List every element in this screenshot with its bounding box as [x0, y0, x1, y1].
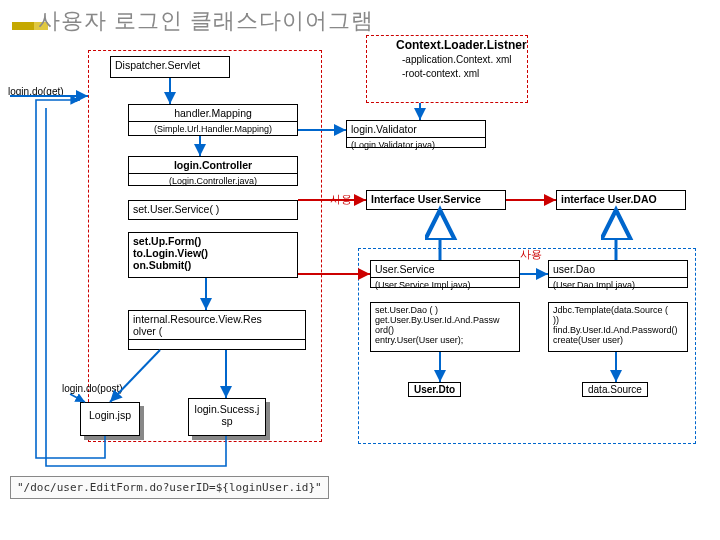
login-validator-detail: (Login.Validator.java)	[347, 138, 485, 152]
set-user-service-label: set.User.Service( )	[129, 201, 297, 217]
get-label: login.do(get)	[8, 86, 64, 97]
login-controller-detail: (Login.Controller.java)	[129, 174, 297, 188]
user-service-methods: set.User.Dao ( ) get.User.By.User.Id.And…	[371, 303, 519, 347]
accent-bar	[12, 22, 34, 30]
iface-user-dao-label: interface User.DAO	[557, 191, 685, 207]
success-jsp-label: login.Sucess.j sp	[189, 399, 265, 429]
login-validator-name: login.Validator	[347, 121, 485, 138]
context-line2: -root-context. xml	[402, 68, 479, 79]
user-dao-name: user.Dao	[549, 261, 687, 278]
controller-methods-box: set.Up.Form() to.Login.View() on.Submit(…	[128, 232, 298, 278]
login-controller-name: login.Controller	[129, 157, 297, 174]
view-resolver-box: internal.Resource.View.Res olver (	[128, 310, 306, 350]
user-dao-detail: (User.Dao.Impl.java)	[549, 278, 687, 292]
code-snippet: "/doc/user.EditForm.do?userID=${loginUse…	[10, 476, 329, 499]
user-service-box: User.Service (User.Service.Impl.java)	[370, 260, 520, 288]
handler-mapping-detail: (Simple.Url.Handler.Mapping)	[129, 122, 297, 136]
user-dao-box: user.Dao (User.Dao.Impl.java)	[548, 260, 688, 288]
view-resolver-label: internal.Resource.View.Res olver (	[129, 311, 305, 340]
canvas: 사용자 로그인 클래스다이어그램 Dispatcher.Servlet logi…	[0, 0, 720, 540]
login-jsp-label: Login.jsp	[81, 403, 139, 423]
iface-user-service-box: Interface User.Service	[366, 190, 506, 210]
login-jsp-box: Login.jsp	[80, 402, 140, 436]
page-title: 사용자 로그인 클래스다이어그램	[38, 6, 374, 36]
set-user-service-box: set.User.Service( )	[128, 200, 298, 220]
controller-methods-label: set.Up.Form() to.Login.View() on.Submit(…	[129, 233, 297, 273]
dispatcher-servlet-box: Dispatcher.Servlet	[110, 56, 230, 78]
success-jsp-box: login.Sucess.j sp	[188, 398, 266, 436]
handler-mapping-box: handler.Mapping (Simple.Url.Handler.Mapp…	[128, 104, 298, 136]
login-validator-box: login.Validator (Login.Validator.java)	[346, 120, 486, 148]
dispatcher-servlet-label: Dispatcher.Servlet	[111, 57, 229, 73]
user-dto-box: User.Dto	[408, 382, 461, 397]
user-dao-methods: Jdbc.Template(data.Source ( )) find.By.U…	[549, 303, 687, 347]
context-line1: -application.Context. xml	[402, 54, 512, 65]
user-service-methods-box: set.User.Dao ( ) get.User.By.User.Id.And…	[370, 302, 520, 352]
iface-user-service-label: Interface User.Service	[367, 191, 505, 207]
context-title: Context.Loader.Listner	[396, 38, 527, 52]
iface-user-dao-box: interface User.DAO	[556, 190, 686, 210]
user-service-name: User.Service	[371, 261, 519, 278]
post-label: login.do(post)	[62, 383, 123, 394]
user-dao-methods-box: Jdbc.Template(data.Source ( )) find.By.U…	[548, 302, 688, 352]
user-service-detail: (User.Service.Impl.java)	[371, 278, 519, 292]
login-controller-box: login.Controller (Login.Controller.java)	[128, 156, 298, 186]
data-source-box: data.Source	[582, 382, 648, 397]
handler-mapping-name: handler.Mapping	[129, 105, 297, 122]
use-label-1: 사용	[330, 193, 352, 207]
